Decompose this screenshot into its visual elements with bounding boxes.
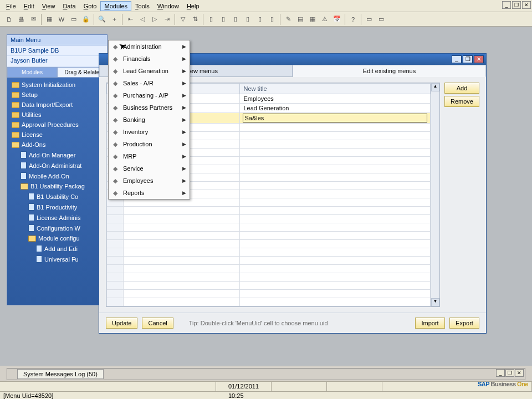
empty-cell[interactable] <box>240 149 431 157</box>
dropdown-item[interactable]: ◆Employees▶ <box>109 175 190 187</box>
filter-icon[interactable]: ▽ <box>177 14 188 25</box>
sort-icon[interactable]: ⇅ <box>190 14 201 25</box>
table-row[interactable] <box>107 257 431 265</box>
empty-cell[interactable] <box>240 232 431 240</box>
empty-cell[interactable] <box>240 265 431 273</box>
empty-cell[interactable] <box>240 223 431 232</box>
alert-icon[interactable]: ⚠ <box>319 14 330 25</box>
table-row[interactable] <box>107 290 431 298</box>
prev-icon[interactable]: ◁ <box>137 14 148 25</box>
empty-cell[interactable] <box>240 173 431 182</box>
empty-cell[interactable] <box>240 290 431 298</box>
excel-icon[interactable]: ▦ <box>44 14 55 25</box>
empty-cell[interactable] <box>107 248 124 257</box>
add-button[interactable]: Add <box>444 83 479 94</box>
layout-icon[interactable]: ▤ <box>295 14 306 25</box>
tab-modules[interactable]: Modules <box>7 67 57 78</box>
empty-cell[interactable] <box>240 215 431 223</box>
cell-new[interactable] <box>240 113 431 124</box>
tree-item[interactable]: Configuration W <box>7 223 107 233</box>
export-button[interactable]: Export <box>449 318 479 329</box>
dropdown-item[interactable]: ◆MRP▶ <box>109 150 190 162</box>
table-row[interactable] <box>107 223 431 232</box>
cancel-button[interactable]: Cancel <box>142 318 173 329</box>
edit-icon[interactable]: ✎ <box>283 14 294 25</box>
table-row[interactable] <box>107 240 431 248</box>
menu-help[interactable]: Help <box>183 1 203 11</box>
menu-window[interactable]: Window <box>154 1 183 11</box>
empty-cell[interactable] <box>124 223 240 232</box>
tree-item[interactable]: Utilities <box>7 110 107 120</box>
tree-item[interactable]: Setup <box>7 90 107 100</box>
word-icon[interactable]: W <box>56 14 67 25</box>
tree-item[interactable]: Universal Fu <box>7 254 107 264</box>
empty-cell[interactable] <box>124 273 240 282</box>
dropdown-item[interactable]: ◆Sales - A/R▶ <box>109 77 190 89</box>
tree-item[interactable]: Add and Edi <box>7 243 107 254</box>
empty-cell[interactable] <box>240 190 431 198</box>
print-icon[interactable]: 🖶 <box>16 14 27 25</box>
table-row[interactable] <box>107 215 431 223</box>
empty-cell[interactable] <box>240 273 431 282</box>
empty-cell[interactable] <box>107 207 124 215</box>
menu-view[interactable]: View <box>38 1 59 11</box>
doc2-icon[interactable]: ▯ <box>218 14 229 25</box>
menu-edit[interactable]: Edit <box>20 1 38 11</box>
tree-item[interactable]: Data Import/Export <box>7 100 107 110</box>
syslog-max-button[interactable]: ❐ <box>505 369 514 377</box>
empty-cell[interactable] <box>107 273 124 282</box>
empty-cell[interactable] <box>240 248 431 257</box>
grid-scrollbar[interactable]: ▲ ▼ <box>431 83 439 306</box>
empty-cell[interactable] <box>107 298 124 306</box>
help-icon[interactable]: ? <box>347 14 359 25</box>
doc1-icon[interactable]: ▯ <box>206 14 217 25</box>
cell-new[interactable]: Lead Generation <box>240 104 431 113</box>
empty-cell[interactable] <box>124 240 240 248</box>
empty-cell[interactable] <box>124 215 240 223</box>
table-row[interactable] <box>107 282 431 290</box>
empty-cell[interactable] <box>240 198 431 207</box>
dropdown-item[interactable]: ◆Inventory▶ <box>109 126 190 138</box>
empty-cell[interactable] <box>240 282 431 290</box>
email-icon[interactable]: ✉ <box>28 14 39 25</box>
tree-item[interactable]: License Adminis <box>7 212 107 223</box>
menu-goto[interactable]: Goto <box>80 1 101 11</box>
tree-item[interactable]: B1 Usability Co <box>7 191 107 202</box>
tree-item[interactable]: Add-On Manager <box>7 150 107 160</box>
update-button[interactable]: Update <box>106 318 137 329</box>
empty-cell[interactable] <box>107 232 124 240</box>
first-icon[interactable]: ⇤ <box>125 14 136 25</box>
window-close-button[interactable]: ✕ <box>474 55 484 63</box>
menu-data[interactable]: Data <box>59 1 79 11</box>
empty-cell[interactable] <box>107 265 124 273</box>
tree-item[interactable]: B1 Productivity <box>7 202 107 212</box>
empty-cell[interactable] <box>107 240 124 248</box>
dropdown-item[interactable]: ◆Banking▶ <box>109 114 190 126</box>
empty-cell[interactable] <box>107 290 124 298</box>
system-log-tab[interactable]: System Messages Log (50) <box>17 369 104 379</box>
dropdown-item[interactable]: ◆Financials▶ <box>109 53 190 65</box>
menu-file[interactable]: File <box>2 1 20 11</box>
system-log-panel[interactable]: System Messages Log (50) _ ❐ ✕ <box>7 368 525 380</box>
table-row[interactable] <box>107 207 431 215</box>
scroll-down-button[interactable]: ▼ <box>431 298 439 306</box>
query-icon[interactable]: ▦ <box>307 14 318 25</box>
app-restore-button[interactable]: ❐ <box>512 1 521 9</box>
find-icon[interactable]: 🔍 <box>96 14 108 25</box>
doc3-icon[interactable]: ▯ <box>230 14 241 25</box>
doc4-icon[interactable]: ▯ <box>242 14 253 25</box>
dropdown-item[interactable]: ◆Administration▶ <box>109 40 190 53</box>
window-maximize-button[interactable]: ❐ <box>463 55 473 63</box>
empty-cell[interactable] <box>240 240 431 248</box>
empty-cell[interactable] <box>240 207 431 215</box>
empty-cell[interactable] <box>240 298 431 306</box>
dropdown-item[interactable]: ◆Lead Generation▶ <box>109 65 190 77</box>
empty-cell[interactable] <box>124 290 240 298</box>
tree-item[interactable]: B1 Usability Packag <box>7 181 107 191</box>
table-row[interactable] <box>107 265 431 273</box>
empty-cell[interactable] <box>124 282 240 290</box>
tree-item[interactable]: Module configu <box>7 233 107 243</box>
app-minimize-button[interactable]: _ <box>502 1 511 9</box>
tree-item[interactable]: Add-Ons <box>7 140 107 150</box>
empty-cell[interactable] <box>124 248 240 257</box>
